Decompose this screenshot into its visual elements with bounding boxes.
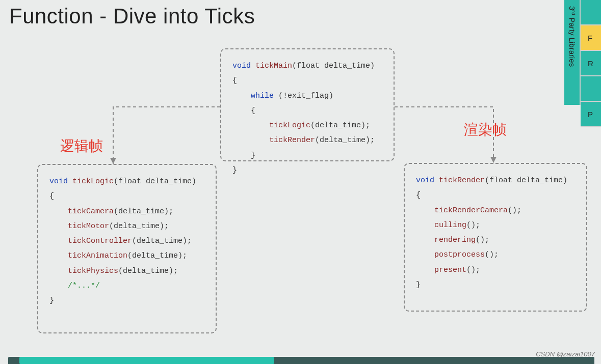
sidebar-item-3[interactable] (581, 76, 601, 102)
watermark: CSDN @zaizai1007 (536, 350, 595, 358)
sidebar: 3ʳᵈ Party Libraries F R P (564, 0, 601, 127)
sidebar-item-4[interactable]: P (581, 102, 601, 127)
code-tickmain: void tickMain(float delta_time) { while … (232, 59, 382, 178)
label-logic-frame: 逻辑帧 (60, 136, 103, 156)
code-box-tickmain: void tickMain(float delta_time) { while … (220, 48, 395, 161)
sidebar-item-2[interactable]: R (581, 51, 601, 76)
sidebar-items: F R P (581, 0, 601, 127)
code-box-tickrender: void tickRender(float delta_time) { tick… (404, 163, 587, 312)
slide-title: Function - Dive into Ticks (9, 4, 255, 29)
progress-bar-track (8, 357, 594, 364)
sidebar-item-1[interactable]: F (581, 25, 601, 51)
progress-bar-fill (19, 357, 274, 364)
code-box-ticklogic: void tickLogic(float delta_time) { tickC… (37, 164, 217, 333)
code-ticklogic: void tickLogic(float delta_time) { tickC… (49, 174, 204, 308)
sidebar-item-0[interactable] (581, 0, 601, 25)
label-render-frame: 渲染帧 (464, 120, 507, 139)
code-tickrender: void tickRender(float delta_time) { tick… (416, 173, 575, 292)
sidebar-vertical-label: 3ʳᵈ Party Libraries (564, 0, 581, 105)
